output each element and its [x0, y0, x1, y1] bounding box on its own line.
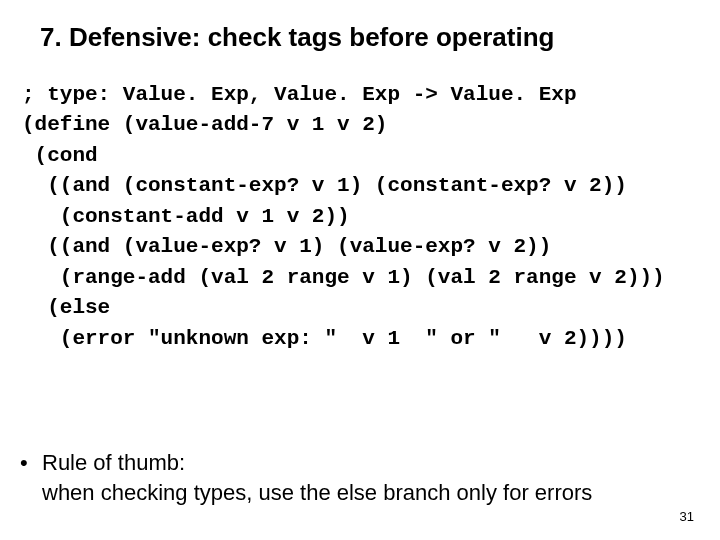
bullet-line-1: Rule of thumb: — [42, 450, 185, 475]
code-line: (else — [22, 296, 110, 319]
slide-title: 7. Defensive: check tags before operatin… — [40, 22, 680, 53]
page-number: 31 — [680, 509, 694, 524]
code-line: (constant-add v 1 v 2)) — [22, 205, 350, 228]
code-block: ; type: Value. Exp, Value. Exp -> Value.… — [22, 80, 698, 354]
code-line: (define (value-add-7 v 1 v 2) — [22, 113, 387, 136]
bullet-item: • Rule of thumb: when checking types, us… — [20, 448, 700, 507]
slide: 7. Defensive: check tags before operatin… — [0, 0, 720, 540]
code-line: ; type: Value. Exp, Value. Exp -> Value.… — [22, 83, 577, 106]
code-line: (cond — [22, 144, 98, 167]
code-line: ((and (constant-exp? v 1) (constant-exp?… — [22, 174, 627, 197]
code-line: ((and (value-exp? v 1) (value-exp? v 2)) — [22, 235, 551, 258]
code-line: (range-add (val 2 range v 1) (val 2 rang… — [22, 266, 665, 289]
code-line: (error "unknown exp: " v 1 " or " v 2)))… — [22, 327, 627, 350]
bullet-dot: • — [20, 448, 42, 507]
bullet-line-2: when checking types, use the else branch… — [42, 480, 592, 505]
bullet-text: Rule of thumb: when checking types, use … — [42, 448, 700, 507]
